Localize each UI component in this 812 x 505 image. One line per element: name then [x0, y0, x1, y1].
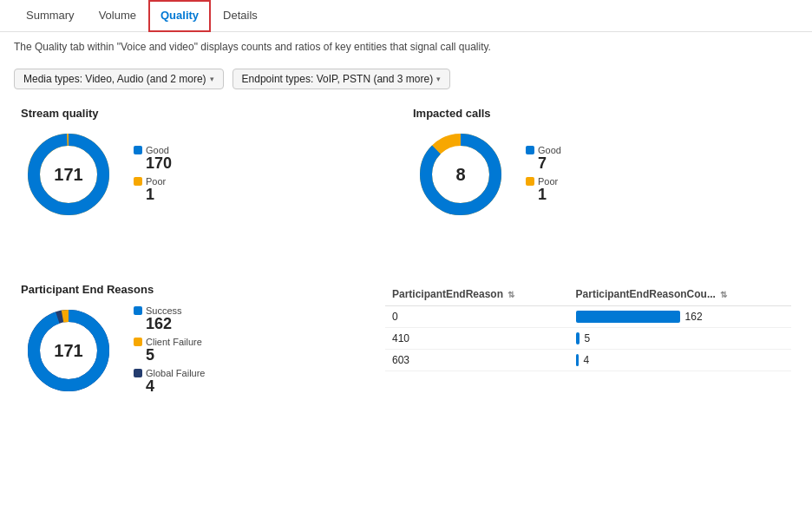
tab-description: The Quality tab within "Voice and video"…	[0, 32, 812, 62]
participant-end-reasons-table-panel: ParticipantEndReason ⇅ ParticipantEndRea…	[378, 283, 798, 398]
col-count-header[interactable]: ParticipantEndReasonCou... ⇅	[569, 283, 791, 306]
stream-quality-panel: Stream quality 171	[14, 107, 406, 222]
tab-details[interactable]: Details	[211, 0, 270, 32]
tab-volume[interactable]: Volume	[87, 0, 148, 32]
per-client-failure: Client Failure 5	[134, 337, 205, 364]
bar-value: 162	[685, 311, 703, 323]
cell-reason: 603	[385, 350, 569, 371]
cell-count: 5	[569, 328, 791, 350]
impacted-calls-panel: Impacted calls 8 Good	[406, 107, 798, 222]
stream-quality-good: Good 170	[134, 145, 172, 173]
cell-reason: 410	[385, 328, 569, 350]
per-global-failure: Global Failure 4	[134, 368, 205, 396]
per-success: Success 162	[134, 305, 205, 333]
stream-quality-title: Stream quality	[21, 107, 399, 120]
participant-end-reasons-legend: Success 162 Client Failure 5	[134, 305, 205, 395]
tab-bar: Summary Volume Quality Details	[0, 0, 812, 32]
impacted-calls-legend: Good 7 Poor 1	[526, 145, 561, 204]
chevron-down-icon: ▾	[210, 75, 214, 83]
cell-count: 162	[569, 306, 791, 328]
impacted-calls-donut: 8	[413, 127, 508, 222]
col-reason-header[interactable]: ParticipantEndReason ⇅	[385, 283, 569, 306]
cell-reason: 0	[385, 306, 569, 328]
impacted-calls-good: Good 7	[526, 145, 561, 173]
media-types-label: Media types: Video, Audio (and 2 more)	[23, 73, 206, 85]
participant-end-reasons-donut: 171	[21, 303, 116, 398]
table-row: 0 162	[385, 306, 791, 328]
stream-quality-total: 171	[54, 165, 82, 185]
table-row: 603 4	[385, 350, 791, 371]
stream-quality-legend: Good 170 Poor 1	[134, 145, 172, 204]
stream-quality-poor: Poor 1	[134, 176, 172, 204]
impacted-calls-poor: Poor 1	[526, 176, 561, 204]
participant-end-reasons-total: 171	[54, 341, 82, 361]
sort-icon-count: ⇅	[720, 290, 727, 299]
participant-end-reasons-panel: Participant End Reasons 171	[14, 283, 378, 398]
stream-quality-donut: 171	[21, 127, 116, 222]
participant-end-reasons-title: Participant End Reasons	[21, 283, 371, 296]
endpoint-types-filter[interactable]: Endpoint types: VoIP, PSTN (and 3 more) …	[232, 69, 451, 89]
filter-bar: Media types: Video, Audio (and 2 more) ▾…	[0, 62, 812, 96]
participant-end-reasons-table: ParticipantEndReason ⇅ ParticipantEndRea…	[385, 283, 791, 371]
chevron-down-icon-2: ▾	[436, 75, 441, 83]
media-types-filter[interactable]: Media types: Video, Audio (and 2 more) ▾	[14, 69, 224, 89]
bar-value: 4	[584, 354, 590, 366]
impacted-calls-total: 8	[455, 165, 465, 185]
cell-count: 4	[569, 350, 791, 371]
table-row: 410 5	[385, 328, 791, 350]
tab-summary[interactable]: Summary	[14, 0, 87, 32]
impacted-calls-title: Impacted calls	[413, 107, 791, 120]
sort-icon-reason: ⇅	[508, 290, 514, 299]
bar-value: 5	[585, 332, 591, 344]
endpoint-types-label: Endpoint types: VoIP, PSTN (and 3 more)	[242, 73, 434, 85]
tab-quality[interactable]: Quality	[148, 0, 211, 32]
